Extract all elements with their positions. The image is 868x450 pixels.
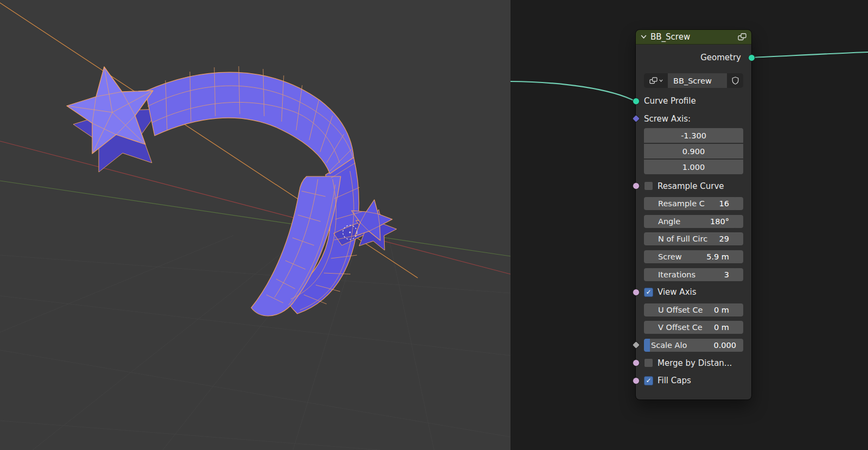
node-header[interactable]: BB_Screw [636, 30, 751, 45]
checkbox-merge-by-distan[interactable] [644, 358, 653, 367]
node-row-fill-caps: ✓Fill Caps [644, 374, 743, 387]
node-row-scale-alo: Scale Alo0.000 [644, 339, 743, 352]
field-value: 180° [710, 217, 729, 226]
node-row-screw: Screw5.9 m [644, 250, 743, 263]
viewport-3d[interactable] [0, 0, 510, 450]
socket-curve-profile[interactable] [633, 98, 640, 105]
node-row-resample-c: Resample C16 [644, 197, 743, 210]
vector-field-y[interactable]: 0.900 [644, 144, 743, 159]
floor-grid [0, 236, 510, 450]
node-row-v-offset-ce: V Offset Ce0 m [644, 321, 743, 334]
node-parameter-rows: Curve ProfileScrew Axis:-1.3000.9001.000… [636, 88, 751, 387]
checkbox-resample-curve[interactable] [644, 181, 653, 191]
output-row-geometry: Geometry [636, 49, 751, 66]
field-u-offset-ce[interactable]: U Offset Ce0 m [651, 303, 736, 316]
socket-scale-alo[interactable] [631, 341, 640, 350]
node-row-view-axis: ✓View Axis [644, 286, 743, 299]
field-label: Resample C [658, 199, 705, 208]
node-tree-icon [649, 77, 658, 84]
vector-field-z[interactable]: 1.000 [644, 160, 743, 174]
node-tree-dropdown-button[interactable] [644, 73, 668, 88]
row-label: Curve Profile [644, 96, 696, 106]
node-row-iterations: Iterations3 [644, 268, 743, 281]
field-value: 3 [724, 270, 729, 279]
link-into-curve-profile [510, 81, 636, 102]
node-body: Geometry BB_Screw [636, 49, 751, 400]
field-label: Scale Alo [651, 341, 687, 350]
socket-fill-caps[interactable] [633, 377, 640, 384]
x-axis-line [0, 141, 510, 274]
node-group-name[interactable]: BB_Screw [668, 73, 727, 88]
node-row-u-offset-ce: U Offset Ce0 m [644, 303, 743, 316]
socket-resample-curve[interactable] [633, 182, 640, 189]
mesh-band-top [145, 72, 354, 174]
link-from-geometry-output [751, 52, 868, 58]
checkbox-view-axis[interactable]: ✓ [644, 288, 653, 297]
socket-screw-axis[interactable] [631, 115, 640, 123]
y-axis-line [0, 181, 510, 256]
node-row-merge-by-distan: Merge by Distan... [644, 357, 743, 370]
socket-merge-by-distan[interactable] [633, 359, 640, 366]
dropdown-chevron-icon [659, 79, 663, 82]
field-scale-alo[interactable]: Scale Alo0.000 [644, 339, 743, 352]
node-row-angle: Angle180° [644, 215, 743, 228]
node-row-resample-curve: Resample Curve [644, 180, 743, 193]
screw-mesh [67, 66, 397, 316]
node-row-screw-axis: Screw Axis: [644, 112, 743, 125]
node-group-selector[interactable]: BB_Screw [644, 73, 743, 88]
fake-user-shield-button[interactable] [727, 73, 743, 88]
node-row-curve-profile: Curve Profile [644, 94, 743, 107]
field-value: 16 [719, 199, 729, 208]
vector-field-x[interactable]: -1.300 [644, 128, 743, 143]
field-value: 29 [719, 234, 729, 243]
output-label: Geometry [700, 53, 741, 62]
blender-window: BB_Screw Geometry [0, 0, 868, 450]
slider-fill [644, 339, 650, 352]
checkbox-label: Resample Curve [658, 181, 724, 191]
chevron-down-icon[interactable] [641, 35, 647, 39]
shield-icon [732, 77, 739, 85]
field-label: N of Full Circ [658, 234, 707, 243]
node-row-n-of-full-circ: N of Full Circ29 [644, 232, 743, 245]
node-title: BB_Screw [650, 32, 690, 42]
node-group-icon [738, 33, 746, 41]
checkbox-label: View Axis [658, 287, 696, 297]
field-angle[interactable]: Angle180° [651, 215, 736, 228]
field-value: 0 m [714, 306, 729, 314]
checkbox-fill-caps[interactable]: ✓ [644, 376, 653, 385]
row-label: Screw Axis: [644, 114, 691, 124]
socket-view-axis[interactable] [633, 289, 640, 296]
field-iterations[interactable]: Iterations3 [651, 268, 736, 281]
field-resample-c[interactable]: Resample C16 [651, 197, 736, 210]
viewport-scene [0, 0, 510, 450]
field-label: U Offset Ce [658, 306, 703, 314]
node-bb-screw[interactable]: BB_Screw Geometry [636, 30, 751, 400]
field-n-of-full-circ[interactable]: N of Full Circ29 [651, 232, 736, 245]
socket-geometry-output[interactable] [748, 54, 755, 61]
field-label: Iterations [658, 270, 695, 279]
field-label: Screw [658, 252, 682, 261]
field-v-offset-ce[interactable]: V Offset Ce0 m [651, 321, 736, 334]
field-label: V Offset Ce [658, 323, 703, 332]
field-screw[interactable]: Screw5.9 m [651, 250, 736, 263]
field-value: 5.9 m [706, 252, 729, 261]
checkbox-label: Fill Caps [658, 376, 691, 385]
field-value: 0 m [714, 323, 729, 332]
field-value: 0.000 [713, 341, 736, 350]
field-label: Angle [658, 217, 680, 226]
node-row-vector: -1.3000.9001.000 [644, 128, 743, 174]
checkbox-label: Merge by Distan... [658, 358, 732, 368]
geometry-nodes-editor[interactable]: BB_Screw Geometry [510, 0, 868, 450]
